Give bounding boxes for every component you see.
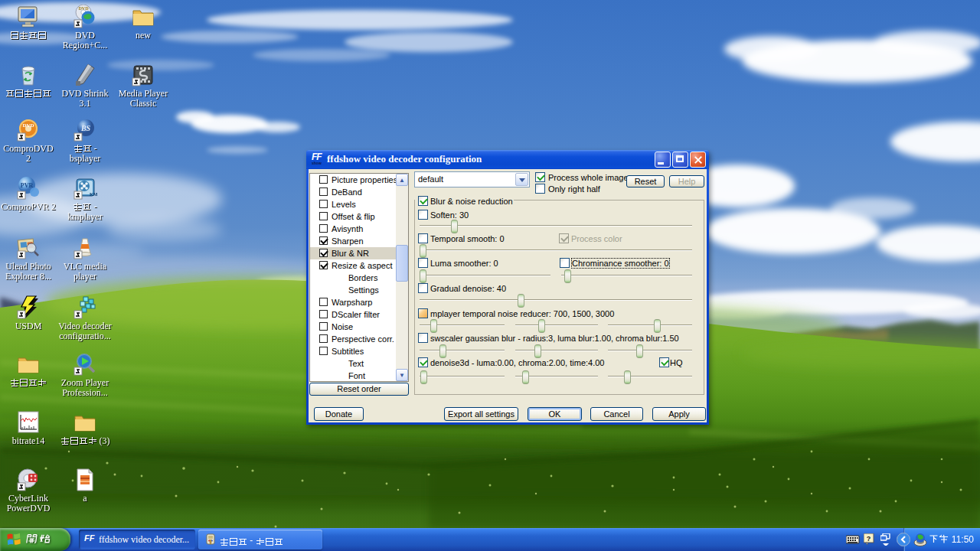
svg-text:PVR: PVR	[21, 182, 34, 189]
svg-text:?: ?	[867, 535, 871, 543]
svg-text:BS: BS	[80, 124, 91, 132]
svg-text:DVD: DVD	[22, 122, 34, 129]
svg-text:KMP: KMP	[90, 192, 97, 197]
svg-text:DVD: DVD	[79, 6, 90, 11]
